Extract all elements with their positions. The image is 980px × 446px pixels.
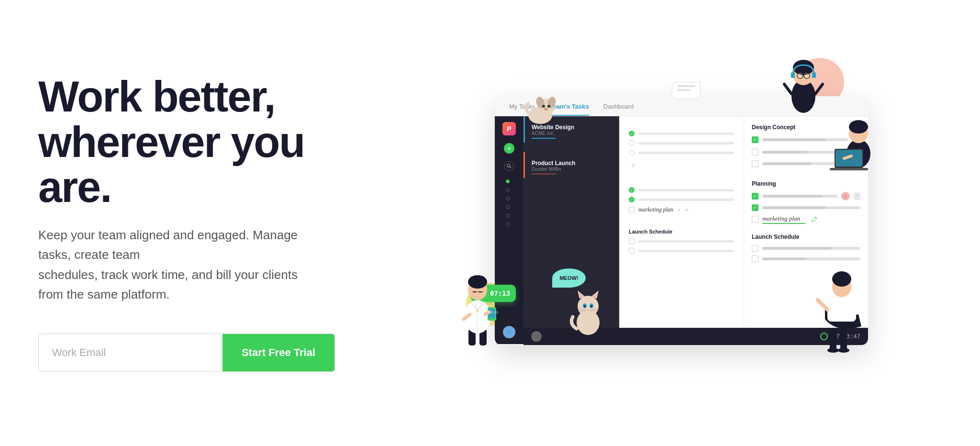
character-pointing xyxy=(815,252,873,355)
launch-schedule-title: Launch Schedule xyxy=(752,234,860,240)
app-illustration: My Tasks Team's Tasks Dashboard P + xyxy=(364,0,942,446)
doc-icon-p xyxy=(854,193,860,200)
svg-point-38 xyxy=(832,271,851,287)
app-content: P + xyxy=(495,116,868,344)
svg-rect-32 xyxy=(830,329,836,350)
mascot-dog xyxy=(521,94,559,127)
svg-line-29 xyxy=(485,312,489,314)
avatar-p1: C xyxy=(841,192,850,201)
task-row-marketing: marketing plan ✓ ✕ xyxy=(629,206,734,213)
checkbox-1[interactable]: ✓ xyxy=(752,136,758,143)
checkbox-ls1[interactable] xyxy=(752,245,758,252)
marketing-underline xyxy=(762,223,805,224)
add-icon[interactable]: + xyxy=(504,143,514,154)
status-avatar xyxy=(531,331,542,342)
svg-point-25 xyxy=(468,275,487,289)
checkbox-p1[interactable]: ✓ xyxy=(752,193,758,200)
project-client-launch: Dunder Mifflin xyxy=(532,167,612,172)
svg-point-54 xyxy=(547,105,550,108)
email-input[interactable] xyxy=(39,334,223,371)
svg-point-40 xyxy=(816,298,820,302)
svg-rect-14 xyxy=(812,72,816,78)
svg-point-0 xyxy=(507,164,510,167)
mascot-cat xyxy=(569,288,607,338)
task-row-3 xyxy=(629,150,734,156)
cta-form: Start Free Trial xyxy=(38,334,335,372)
speech-bubble: MEOW! xyxy=(552,268,586,288)
svg-point-34 xyxy=(827,348,839,353)
add-task-row: + xyxy=(629,161,734,170)
svg-point-15 xyxy=(797,73,803,78)
svg-point-35 xyxy=(838,348,849,353)
project-dot-3 xyxy=(506,197,510,201)
left-content: Work better, wherever you are. Keep your… xyxy=(38,74,364,372)
spacer xyxy=(629,174,734,183)
svg-rect-13 xyxy=(791,72,795,78)
svg-text:07:13: 07:13 xyxy=(490,311,498,314)
speech-text: MEOW! xyxy=(559,275,578,281)
task-row-5: ✓ xyxy=(629,197,734,202)
project-dot-6 xyxy=(506,223,510,226)
svg-rect-47 xyxy=(830,168,868,170)
marketing-plan-label: marketing plan xyxy=(762,215,805,223)
task-row-2 xyxy=(629,140,734,146)
project-dot-2 xyxy=(506,188,510,192)
svg-point-65 xyxy=(590,305,592,307)
svg-point-64 xyxy=(584,305,586,307)
svg-point-55 xyxy=(544,108,548,111)
svg-line-41 xyxy=(856,302,866,310)
project-client-website: ACME Inc. xyxy=(532,131,612,136)
headline-line1: Work better, xyxy=(38,73,275,121)
svg-line-18 xyxy=(784,84,791,94)
checkbox-3[interactable] xyxy=(752,160,758,167)
tasks-area: ✓ xyxy=(619,116,744,344)
detail-row-ls-1 xyxy=(752,245,860,252)
project-launch: Product Launch Dunder Mifflin xyxy=(523,152,619,178)
project-title-launch: Product Launch xyxy=(532,160,612,167)
project-dot-5 xyxy=(506,214,510,218)
character-laptop xyxy=(825,106,887,184)
svg-point-16 xyxy=(804,73,810,78)
app-logo: P xyxy=(502,122,516,135)
svg-point-57 xyxy=(578,296,599,317)
checkbox-ls2[interactable] xyxy=(752,256,758,262)
svg-rect-5 xyxy=(856,194,858,198)
detail-bar-ls1 xyxy=(762,247,860,250)
start-trial-button[interactable]: Start Free Trial xyxy=(223,334,334,371)
detail-row-planning-1: ✓ C xyxy=(752,192,860,201)
project-dot-1 xyxy=(506,179,510,183)
detail-bar-p2 xyxy=(762,206,860,209)
task-row-4: ✓ xyxy=(629,187,734,193)
task-row-6 xyxy=(629,238,734,244)
svg-point-53 xyxy=(542,105,545,108)
subheadline: Keep your team aligned and engaged. Mana… xyxy=(38,225,325,305)
svg-line-39 xyxy=(818,300,827,310)
task-row-7 xyxy=(629,248,734,254)
svg-rect-36 xyxy=(827,298,856,322)
headline: Work better, wherever you are. xyxy=(38,74,335,210)
checkbox-p2[interactable]: ✓ xyxy=(752,204,758,211)
detail-bar-p1 xyxy=(762,195,837,198)
spacer-detail-2 xyxy=(752,226,860,234)
svg-line-19 xyxy=(815,84,823,94)
project-underline-launch xyxy=(532,174,556,175)
svg-point-44 xyxy=(849,120,868,134)
project-underline-website xyxy=(532,138,556,139)
tab-dashboard[interactable]: Dashboard xyxy=(603,103,634,116)
svg-rect-33 xyxy=(840,329,847,350)
spacer2 xyxy=(629,217,734,225)
checkbox-marketing[interactable] xyxy=(752,216,758,223)
app-window: My Tasks Team's Tasks Dashboard P + xyxy=(495,96,868,345)
pencil-icon xyxy=(811,216,818,223)
search-icon[interactable] xyxy=(504,161,514,171)
launch-schedule-header: Launch Schedule xyxy=(629,229,734,234)
character-man: 07:13 xyxy=(447,262,509,350)
hero-section: Work better, wherever you are. Keep your… xyxy=(0,0,980,446)
task-row-1: ✓ xyxy=(629,131,734,136)
app-mockup: My Tasks Team's Tasks Dashboard P + xyxy=(437,67,868,364)
svg-line-1 xyxy=(510,167,512,168)
checkbox-2[interactable] xyxy=(752,149,758,156)
marketing-plan-row: marketing plan xyxy=(752,215,860,224)
svg-point-31 xyxy=(476,310,479,312)
character-lady xyxy=(777,48,830,117)
